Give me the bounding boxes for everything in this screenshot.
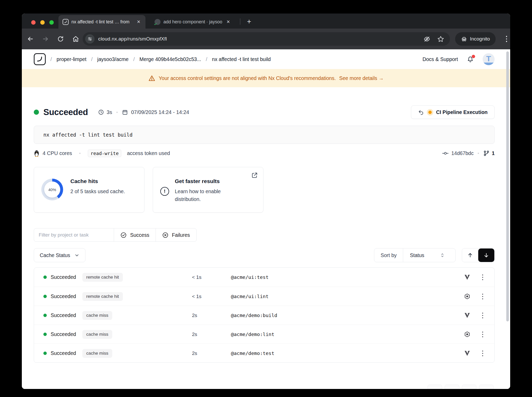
pagination-button[interactable] [445,385,459,389]
cache-badge: remote cache hit [82,292,123,301]
separator-dot [79,153,81,154]
breadcrumb-commit[interactable]: Merge 409b44e5cb02c53... [139,56,201,62]
incognito-icon [461,36,467,42]
pagination-button[interactable] [479,385,494,389]
cache-status-dropdown[interactable]: Cache Status [34,248,85,262]
command-text: nx affected -t lint test build [43,132,132,138]
sort-group: Sort by Status [374,248,456,262]
pagination-button[interactable] [462,385,476,389]
zoom-window-button[interactable] [49,20,54,25]
pipeline-button-label: CI Pipeline Execution [436,109,488,115]
warning-triangle-icon [148,75,155,82]
close-window-button[interactable] [31,20,36,25]
eslint-icon [464,293,470,300]
row-status: Succeeded [51,306,76,325]
avatar-band [483,63,495,65]
back-button[interactable] [26,35,35,43]
table-row[interactable]: Succeeded cache miss 2s @acme/demo:test [34,344,494,362]
user-avatar[interactable]: T [483,53,495,65]
page-content: / proper-limpet / jaysoo3/acme / Merge 4… [22,49,510,389]
ci-pipeline-execution-button[interactable]: CI Pipeline Execution [411,105,495,119]
tab-close-icon[interactable]: × [135,18,142,25]
sort-value: Status [410,252,424,258]
home-button[interactable] [71,35,80,43]
new-tab-button[interactable]: + [244,17,254,26]
pagination-button[interactable] [428,385,442,389]
tab-title: nx affected -t lint test … from [71,19,132,25]
breadcrumb-repo[interactable]: jaysoo3/acme [97,56,129,62]
notifications-button[interactable] [467,56,474,63]
arrow-down-icon [483,252,489,258]
tab-divider [240,18,240,25]
browser-menu-button[interactable] [502,35,510,43]
tools-row: Cache Status Sort by Status [34,248,495,262]
calendar-icon [122,109,128,115]
status-dot [43,352,47,355]
cache-hits-donut: 40% [41,179,63,200]
status-dot [34,110,39,115]
tab-current[interactable]: nx affected -t lint test … from × [58,15,145,29]
pagination-cutoff [34,385,495,389]
address-bar[interactable]: cloud.nx.app/runs/smOmxpfXfl [83,32,450,46]
chevron-updown-icon [440,253,445,258]
status-dot [43,314,47,317]
row-menu-button[interactable] [479,312,487,319]
nx-cloud-logo-icon[interactable] [34,53,46,65]
status-dot [43,275,47,279]
vite-icon [464,350,470,356]
site-header: / proper-limpet / jaysoo3/acme / Merge 4… [34,49,495,69]
row-task-name[interactable]: @acme/demo:build [231,306,277,325]
command-box: nx affected -t lint test build [34,126,495,144]
vite-icon [464,274,470,280]
forward-button[interactable] [41,35,50,43]
row-menu-button[interactable] [479,293,487,300]
arrow-up-icon [467,252,473,258]
cache-badge: cache miss [82,311,112,320]
cache-hits-card[interactable]: 40% Cache hits 2 of 5 tasks used cache. [34,167,144,213]
reload-button[interactable] [56,35,65,43]
table-row[interactable]: Succeeded remote cache hit < 1s @acme/ui… [34,287,494,306]
filter-success-button[interactable]: Success [114,228,156,241]
sort-select[interactable]: Status [403,248,455,262]
row-task-name[interactable]: @acme/ui:test [231,268,269,287]
sort-descending-button[interactable] [478,248,494,262]
row-task-name[interactable]: @acme/ui:lint [231,287,269,306]
cpu-cores: 4 CPU cores [43,150,72,156]
table-row[interactable]: Succeeded remote cache hit < 1s @acme/ui… [34,268,494,287]
breadcrumb-workspace[interactable]: proper-limpet [57,56,87,62]
row-menu-button[interactable] [479,273,487,281]
separator-dot [478,153,479,154]
tab-strip: nx affected -t lint test … from × add he… [22,14,510,29]
page-scrollbar[interactable] [506,51,509,321]
check-circle-icon [120,232,127,238]
filter-input[interactable] [39,232,109,238]
row-menu-button[interactable] [479,331,487,338]
password-eye-off-icon[interactable] [423,36,430,43]
site-settings-icon[interactable] [85,34,95,44]
run-status-row: Succeeded 3s 07/09/2025 14:24 - 14:24 CI… [34,105,495,119]
row-menu-button[interactable] [479,349,487,357]
banner-see-more-link[interactable]: See more details → [339,75,384,81]
commit-hash[interactable]: 14d67bdc [451,150,474,156]
minimize-window-button[interactable] [40,20,45,25]
banner-message: Your access control settings are not ali… [159,75,336,81]
filter-failures-button[interactable]: Failures [156,228,196,241]
tab-background[interactable]: add hero component · jaysoo × [150,15,235,29]
sort-ascending-button[interactable] [462,248,478,262]
breadcrumb-separator: / [206,56,207,62]
faster-results-card[interactable]: ! Get faster results Learn how to enable… [153,167,263,213]
row-task-name[interactable]: @acme/demo:test [231,344,274,363]
docs-support-link[interactable]: Docs & Support [422,56,458,62]
row-task-name[interactable]: @acme/demo:lint [231,325,274,344]
row-duration: < 1s [192,268,201,287]
bookmark-star-icon[interactable] [437,36,444,43]
branch-count: 1 [492,150,495,156]
url-text[interactable]: cloud.nx.app/runs/smOmxpfXfl [98,36,167,42]
table-row[interactable]: Succeeded cache miss 2s @acme/demo:lint [34,325,494,344]
table-row[interactable]: Succeeded cache miss 2s @acme/demo:build [34,306,494,325]
run-status: Succeeded [43,107,88,117]
clock-icon [98,109,104,115]
external-link-icon[interactable] [251,172,258,179]
breadcrumb-run[interactable]: nx affected -t lint test build [212,56,271,62]
tab-close-icon[interactable]: × [225,18,231,25]
